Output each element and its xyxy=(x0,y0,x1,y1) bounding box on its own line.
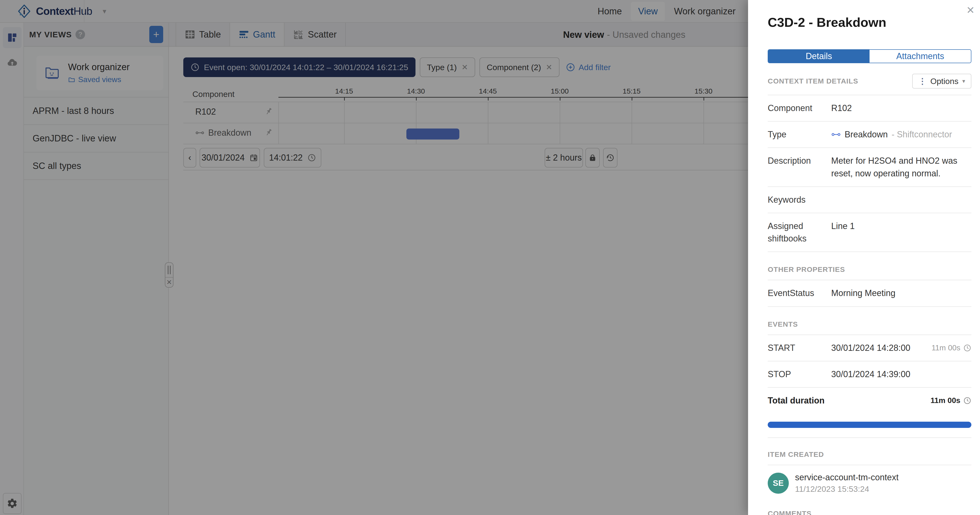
panel-tabs: Details Attachments xyxy=(768,49,971,63)
clock-icon xyxy=(963,344,971,352)
section-item-created: ITEM CREATED xyxy=(768,450,971,458)
details-panel: ✕ C3D-2 - Breakdown Details Attachments … xyxy=(748,0,980,515)
field-component: Component R102 xyxy=(768,95,971,121)
field-stop: STOP 30/01/2024 14:39:00 xyxy=(768,361,971,387)
tab-attachments[interactable]: Attachments xyxy=(870,50,971,63)
field-keywords: Keywords xyxy=(768,187,971,213)
section-context-item-details: CONTEXT ITEM DETAILS xyxy=(768,77,858,85)
modal-overlay[interactable] xyxy=(0,0,748,515)
duration-progress-bar xyxy=(768,422,971,428)
close-panel-icon[interactable]: ✕ xyxy=(966,4,975,16)
avatar: SE xyxy=(768,473,789,494)
kebab-menu-icon: ⋮ xyxy=(918,76,927,86)
caret-down-icon: ▾ xyxy=(962,78,965,84)
field-description: Description Meter for H2SO4 and HNO2 was… xyxy=(768,148,971,186)
section-events: EVENTS xyxy=(768,320,971,328)
clock-icon xyxy=(963,396,971,405)
tab-details[interactable]: Details xyxy=(768,50,870,63)
section-other-properties: OTHER PROPERTIES xyxy=(768,265,971,274)
section-comments: COMMENTS xyxy=(768,510,971,515)
created-by-name: service-account-tm-context xyxy=(795,472,899,482)
field-eventstatus: EventStatus Morning Meeting xyxy=(768,280,971,306)
field-total-duration: Total duration 11m 00s xyxy=(768,388,971,414)
connector-icon xyxy=(831,130,841,139)
options-button[interactable]: ⋮ Options ▾ xyxy=(912,74,971,89)
field-type: Type Breakdown - Shiftconnector xyxy=(768,122,971,147)
panel-title: C3D-2 - Breakdown xyxy=(768,15,971,30)
field-start: START 30/01/2024 14:28:00 11m 00s xyxy=(768,335,971,361)
item-created-row: SE service-account-tm-context 11/12/2023… xyxy=(768,465,971,502)
created-date: 11/12/2023 15:53:24 xyxy=(795,484,899,494)
field-assigned-shiftbooks: Assigned shiftbooks Line 1 xyxy=(768,213,971,252)
